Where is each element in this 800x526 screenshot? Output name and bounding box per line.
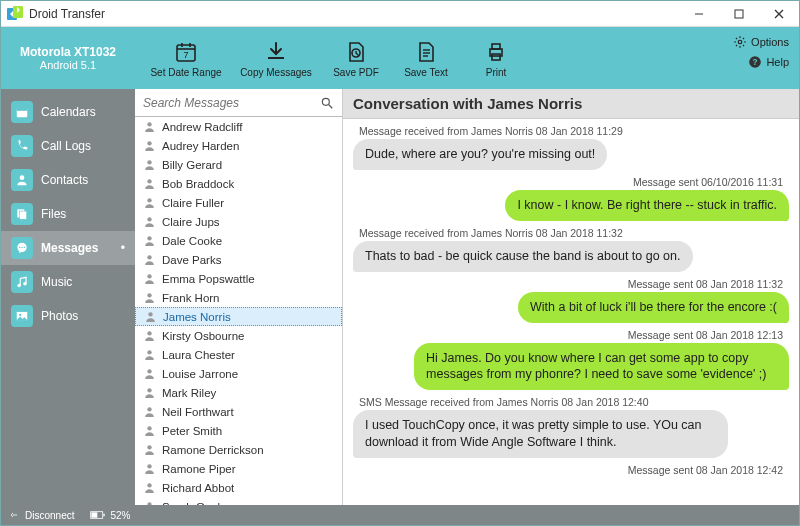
avatar-icon: [144, 310, 157, 323]
search-icon[interactable]: [320, 96, 334, 110]
contact-item[interactable]: James Norris: [135, 307, 342, 326]
message-meta: Message sent 08 Jan 2018 12:42: [628, 464, 783, 476]
avatar-icon: [143, 500, 156, 505]
pdf-icon: [343, 39, 369, 65]
options-link[interactable]: Options: [733, 35, 789, 49]
sidebar-item-messages[interactable]: Messages: [1, 231, 135, 265]
contact-item[interactable]: Kirsty Osbourne: [135, 326, 342, 345]
sidebar-label: Calendars: [41, 105, 96, 119]
contact-item[interactable]: Bob Braddock: [135, 174, 342, 193]
contact-name: Frank Horn: [162, 292, 220, 304]
contact-item[interactable]: Claire Fuller: [135, 193, 342, 212]
contact-item[interactable]: Emma Popswattle: [135, 269, 342, 288]
message-bubble: I know - I know. Be right there -- stuck…: [505, 190, 789, 221]
contact-name: Sarah Opal: [162, 501, 220, 506]
save-pdf-button[interactable]: Save PDF: [321, 30, 391, 86]
message-meta: Message sent 08 Jan 2018 12:13: [628, 329, 783, 341]
sidebar-item-calendars[interactable]: Calendars: [1, 95, 135, 129]
battery-label: 52%: [110, 510, 130, 521]
contact-item[interactable]: Peter Smith: [135, 421, 342, 440]
disconnect-icon: [9, 510, 21, 520]
copy-messages-button[interactable]: Copy Messages: [231, 30, 321, 86]
sidebar-label: Photos: [41, 309, 78, 323]
avatar-icon: [143, 291, 156, 304]
svg-point-42: [147, 236, 151, 240]
message-icon: [11, 237, 33, 259]
top-bar: Motorola XT1032 Android 5.1 7 Set Date R…: [1, 27, 799, 89]
contact-name: Neil Forthwart: [162, 406, 234, 418]
contact-name: Laura Chester: [162, 349, 235, 361]
message-bubble: Dude, where are you? you're missing out!: [353, 139, 607, 170]
avatar-icon: [143, 234, 156, 247]
message-meta: Message sent 08 Jan 2018 11:32: [628, 278, 783, 290]
contact-item[interactable]: Claire Jups: [135, 212, 342, 231]
message-bubble: Hi James. Do you know where I can get so…: [414, 343, 789, 391]
svg-rect-3: [735, 10, 743, 18]
contacts-column: Andrew RadcliffAudrey HardenBilly Gerard…: [135, 89, 343, 505]
options-label: Options: [751, 36, 789, 48]
svg-rect-16: [492, 44, 500, 49]
message-sent: Message sent 06/10/2016 11:31I know - I …: [353, 174, 789, 221]
contact-item[interactable]: Neil Forthwart: [135, 402, 342, 421]
sidebar-item-files[interactable]: Files: [1, 197, 135, 231]
contact-item[interactable]: Audrey Harden: [135, 136, 342, 155]
close-button[interactable]: [759, 1, 799, 27]
device-model: Motorola XT1032: [20, 45, 116, 59]
contact-name: Peter Smith: [162, 425, 222, 437]
contact-item[interactable]: Laura Chester: [135, 345, 342, 364]
app-title: Droid Transfer: [29, 7, 105, 21]
disconnect-label: Disconnect: [25, 510, 74, 521]
svg-rect-60: [104, 514, 105, 517]
sidebar-item-music[interactable]: Music: [1, 265, 135, 299]
status-bar: Disconnect 52%: [1, 505, 799, 525]
svg-point-49: [147, 369, 151, 373]
conversation-body[interactable]: Message received from James Norris 08 Ja…: [343, 119, 799, 505]
contact-item[interactable]: Andrew Radcliff: [135, 117, 342, 136]
tool-label: Set Date Range: [150, 67, 221, 78]
minimize-button[interactable]: [679, 1, 719, 27]
svg-text:?: ?: [753, 58, 758, 67]
contact-item[interactable]: Frank Horn: [135, 288, 342, 307]
contact-name: James Norris: [163, 311, 231, 323]
sidebar-item-photos[interactable]: Photos: [1, 299, 135, 333]
contact-item[interactable]: Billy Gerard: [135, 155, 342, 174]
disconnect-button[interactable]: Disconnect: [9, 510, 74, 521]
download-icon: [263, 39, 289, 65]
sidebar: Calendars Call Logs Contacts Files Messa…: [1, 89, 135, 505]
calendar-icon: [11, 101, 33, 123]
svg-point-45: [147, 293, 151, 297]
avatar-icon: [143, 348, 156, 361]
conversation-column: Conversation with James Norris Message r…: [343, 89, 799, 505]
sidebar-label: Files: [41, 207, 66, 221]
contact-list[interactable]: Andrew RadcliffAudrey HardenBilly Gerard…: [135, 117, 342, 505]
sidebar-item-contacts[interactable]: Contacts: [1, 163, 135, 197]
contact-item[interactable]: Richard Abbot: [135, 478, 342, 497]
battery-status: 52%: [90, 510, 130, 521]
svg-point-48: [147, 350, 151, 354]
print-button[interactable]: Print: [461, 30, 531, 86]
contact-name: Emma Popswattle: [162, 273, 255, 285]
contact-item[interactable]: Ramone Piper: [135, 459, 342, 478]
avatar-icon: [143, 386, 156, 399]
gear-icon: [733, 35, 747, 49]
contact-item[interactable]: Dale Cooke: [135, 231, 342, 250]
svg-point-39: [147, 179, 151, 183]
avatar-icon: [143, 215, 156, 228]
message-bubble: I used TouchCopy once, it was pretty sim…: [353, 410, 728, 458]
set-date-range-button[interactable]: 7 Set Date Range: [141, 30, 231, 86]
save-text-button[interactable]: Save Text: [391, 30, 461, 86]
help-link[interactable]: ? Help: [748, 55, 789, 69]
contact-item[interactable]: Louise Jarrone: [135, 364, 342, 383]
svg-point-52: [147, 426, 151, 430]
message-sent: Message sent 08 Jan 2018 11:32With a bit…: [353, 276, 789, 323]
contact-item[interactable]: Dave Parks: [135, 250, 342, 269]
search-input[interactable]: [143, 96, 314, 110]
maximize-button[interactable]: [719, 1, 759, 27]
contact-item[interactable]: Ramone Derrickson: [135, 440, 342, 459]
conversation-title: Conversation with James Norris: [343, 89, 799, 119]
svg-point-37: [147, 141, 151, 145]
contact-item[interactable]: Sarah Opal: [135, 497, 342, 505]
message-received: Message received from James Norris 08 Ja…: [353, 225, 789, 272]
sidebar-item-call-logs[interactable]: Call Logs: [1, 129, 135, 163]
contact-item[interactable]: Mark Riley: [135, 383, 342, 402]
